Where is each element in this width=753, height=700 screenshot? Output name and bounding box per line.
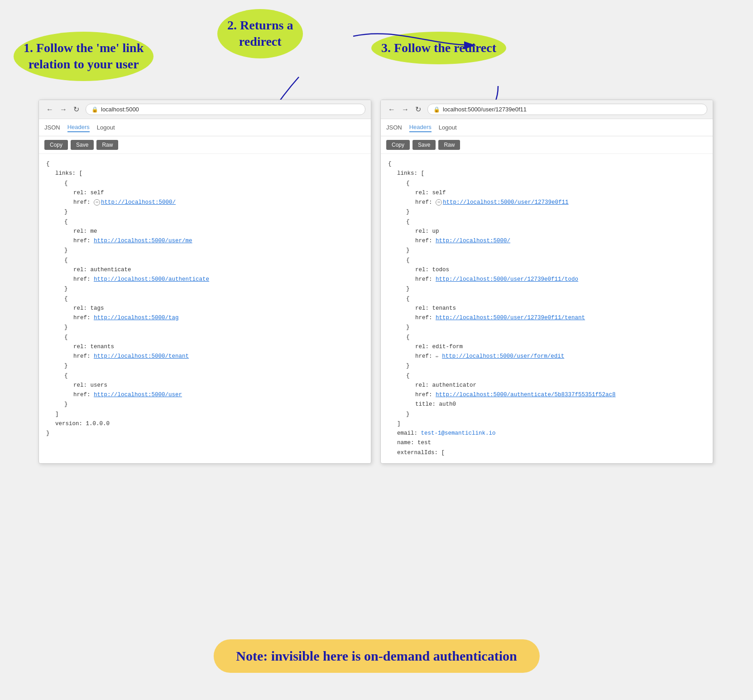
url-left: localhost:5000 xyxy=(101,106,139,113)
link-self-left[interactable]: http://localhost:5000/ xyxy=(101,199,176,206)
browser-left-toolbar: ← → ↻ 🔒 localhost:5000 xyxy=(39,100,371,119)
refresh-button-left[interactable]: ↻ xyxy=(72,104,81,115)
tab-logout-right[interactable]: Logout xyxy=(439,123,457,132)
nav-buttons-left: ← → ↻ xyxy=(44,104,81,115)
json-toolbar-right: Copy Save Raw xyxy=(381,136,713,154)
browser-left: ← → ↻ 🔒 localhost:5000 JSON Headers Logo… xyxy=(38,100,371,464)
annotation-1: 1. Follow the 'me' link relation to your… xyxy=(14,32,153,81)
link-email-right[interactable]: test-1@semanticlink.io xyxy=(421,430,496,436)
tabs-left: JSON Headers Logout xyxy=(39,119,371,136)
copy-button-left[interactable]: Copy xyxy=(44,140,68,150)
json-content-right: { links: [ { rel: self href: −http://loc… xyxy=(381,154,713,463)
link-tags-left[interactable]: http://localhost:5000/tag xyxy=(94,315,179,321)
json-content-left: { links: [ { rel: self href: −http://loc… xyxy=(39,154,371,444)
address-bar-right[interactable]: 🔒 localhost:5000/user/12739e0f11 xyxy=(427,104,707,115)
main-container: 1. Follow the 'me' link relation to your… xyxy=(0,0,753,700)
link-up-right[interactable]: http://localhost:5000/ xyxy=(436,238,510,244)
json-open-brace-right: { xyxy=(388,159,705,169)
annotation-note: Note: invisible here is on-demand authen… xyxy=(213,639,539,673)
forward-button-right[interactable]: → xyxy=(400,105,411,115)
address-bar-left[interactable]: 🔒 localhost:5000 xyxy=(86,104,365,115)
link-authenticator-right[interactable]: http://localhost:5000/authenticate/5b833… xyxy=(436,392,616,398)
tab-headers-left[interactable]: Headers xyxy=(67,123,90,132)
json-toolbar-left: Copy Save Raw xyxy=(39,136,371,154)
browser-right-toolbar: ← → ↻ 🔒 localhost:5000/user/12739e0f11 xyxy=(381,100,713,119)
save-button-left[interactable]: Save xyxy=(71,140,94,150)
url-right: localhost:5000/user/12739e0f11 xyxy=(443,106,527,113)
link-me-left[interactable]: http://localhost:5000/user/me xyxy=(94,238,192,244)
tab-logout-left[interactable]: Logout xyxy=(97,123,115,132)
link-self-right[interactable]: http://localhost:5000/user/12739e0f11 xyxy=(443,199,569,206)
raw-button-left[interactable]: Raw xyxy=(96,140,118,150)
lock-icon-right: 🔒 xyxy=(433,106,440,113)
browser-right: ← → ↻ 🔒 localhost:5000/user/12739e0f11 J… xyxy=(380,100,713,464)
link-tenants-left[interactable]: http://localhost:5000/tenant xyxy=(94,353,189,360)
tabs-right: JSON Headers Logout xyxy=(381,119,713,136)
link-authenticate-left[interactable]: http://localhost:5000/authenticate xyxy=(94,276,209,283)
link-edit-form-right[interactable]: http://localhost:5000/user/form/edit xyxy=(442,353,564,360)
save-button-right[interactable]: Save xyxy=(412,140,436,150)
refresh-button-right[interactable]: ↻ xyxy=(413,104,423,115)
annotation-2: 2. Returns a redirect xyxy=(217,9,303,58)
back-button-right[interactable]: ← xyxy=(386,105,397,115)
link-todos-right[interactable]: http://localhost:5000/user/12739e0f11/to… xyxy=(436,276,578,283)
browsers-row: ← → ↻ 🔒 localhost:5000 JSON Headers Logo… xyxy=(38,100,713,464)
pencil-icon: ✏ xyxy=(436,354,439,359)
raw-button-right[interactable]: Raw xyxy=(438,140,460,150)
tab-headers-right[interactable]: Headers xyxy=(409,123,432,132)
lock-icon-left: 🔒 xyxy=(91,106,98,113)
copy-button-right[interactable]: Copy xyxy=(386,140,410,150)
back-button-left[interactable]: ← xyxy=(44,105,55,115)
annotation-3: 3. Follow the redirect xyxy=(371,32,506,64)
link-tenants-right[interactable]: http://localhost:5000/user/12739e0f11/te… xyxy=(436,315,585,321)
json-close-brace-left: } xyxy=(46,429,364,438)
nav-buttons-right: ← → ↻ xyxy=(386,104,423,115)
link-users-left[interactable]: http://localhost:5000/user xyxy=(94,392,182,398)
tab-json-right[interactable]: JSON xyxy=(386,123,402,132)
json-open-brace: { xyxy=(46,159,364,169)
forward-button-left[interactable]: → xyxy=(58,105,69,115)
tab-json-left[interactable]: JSON xyxy=(44,123,60,132)
